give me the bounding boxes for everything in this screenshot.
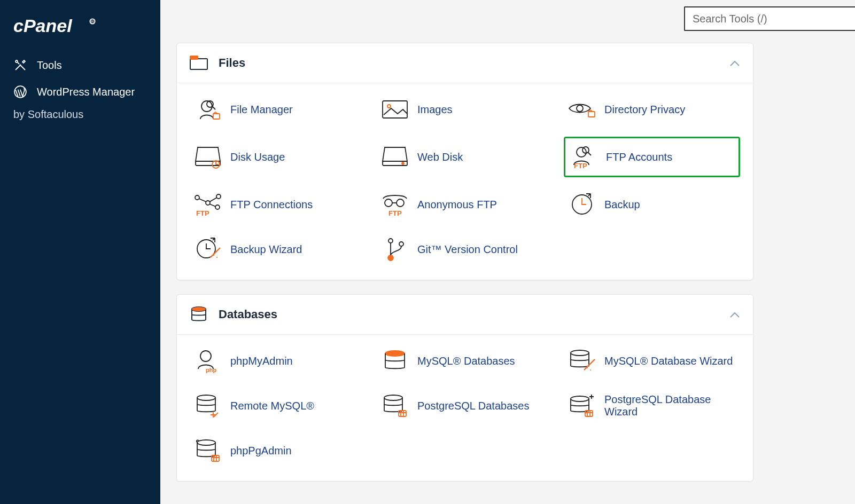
- sidebar-subline: by Softaculous: [0, 105, 160, 121]
- svg-point-42: [587, 367, 588, 368]
- tool-mysql-database-wizard[interactable]: MySQL® Database Wizard: [564, 343, 740, 379]
- tool-backup[interactable]: Backup: [564, 187, 740, 222]
- ftp-connections-icon: FTP: [193, 191, 223, 218]
- topbar: [176, 6, 855, 43]
- tool-label: MySQL® Database Wizard: [604, 355, 733, 367]
- tool-phpmyadmin[interactable]: php phpMyAdmin: [190, 343, 366, 379]
- phpmyadmin-icon: php: [193, 348, 223, 374]
- tool-postgresql-databases[interactable]: PostgreSQL Databases: [377, 388, 553, 423]
- tool-directory-privacy[interactable]: Directory Privacy: [564, 92, 740, 127]
- tool-web-disk[interactable]: Web Disk: [377, 137, 553, 177]
- wordpress-icon: [13, 85, 27, 99]
- tool-git-version-control[interactable]: Git™ Version Control: [377, 232, 553, 267]
- tool-remote-mysql[interactable]: Remote MySQL®: [190, 388, 366, 423]
- svg-point-24: [215, 205, 220, 209]
- tool-label: Web Disk: [417, 151, 463, 163]
- mysql-wizard-icon: [567, 348, 597, 374]
- tool-disk-usage[interactable]: Disk Usage: [190, 137, 366, 177]
- svg-rect-9: [213, 114, 220, 119]
- svg-point-37: [192, 307, 206, 311]
- svg-text:php: php: [206, 367, 216, 373]
- tool-label: Disk Usage: [230, 151, 285, 163]
- tool-backup-wizard[interactable]: Backup Wizard: [190, 232, 366, 267]
- svg-point-34: [388, 255, 393, 261]
- anonymous-ftp-icon: FTP: [380, 191, 410, 218]
- panel-body-databases: php phpMyAdmin MySQL® Databases: [177, 335, 753, 481]
- tool-label: FTP Accounts: [606, 151, 672, 163]
- backup-icon: [567, 191, 597, 218]
- svg-text:FTP: FTP: [196, 209, 209, 217]
- tool-images[interactable]: Images: [377, 92, 553, 127]
- svg-point-49: [197, 440, 215, 445]
- sidebar-item-label: Tools: [37, 59, 62, 72]
- tool-label: Directory Privacy: [604, 104, 685, 116]
- logo: cPanel R: [0, 10, 160, 52]
- svg-point-32: [216, 257, 217, 258]
- svg-point-47: [571, 396, 589, 401]
- svg-point-26: [385, 199, 392, 207]
- svg-point-40: [385, 351, 405, 356]
- tool-label: phpMyAdmin: [230, 355, 293, 367]
- tool-file-manager[interactable]: File Manager: [190, 92, 366, 127]
- chevron-up-icon: [729, 308, 740, 321]
- svg-text:cPanel: cPanel: [13, 15, 73, 36]
- tool-mysql-databases[interactable]: MySQL® Databases: [377, 343, 553, 379]
- svg-point-35: [399, 242, 403, 246]
- remote-mysql-icon: [193, 392, 223, 419]
- svg-point-17: [402, 162, 404, 164]
- sidebar-item-wordpress-manager[interactable]: WordPress Manager: [0, 78, 160, 105]
- svg-point-18: [577, 147, 586, 157]
- tool-phppgadmin[interactable]: phpPgAdmin: [190, 433, 366, 468]
- search-input[interactable]: [684, 6, 855, 31]
- sidebar: cPanel R Tools WordPress Manager by Soft…: [0, 0, 160, 504]
- tool-anonymous-ftp[interactable]: FTP Anonymous FTP: [377, 187, 553, 222]
- panel-title: Databases: [219, 308, 729, 321]
- images-icon: [380, 96, 410, 123]
- panel-body-files: File Manager Images: [177, 83, 753, 280]
- database-section-icon: [190, 305, 208, 324]
- web-disk-icon: [380, 144, 410, 170]
- panel-databases: Databases php phpMyAdmin: [176, 294, 753, 482]
- svg-point-33: [388, 239, 393, 243]
- tool-label: Anonymous FTP: [417, 199, 497, 211]
- panel-header-databases[interactable]: Databases: [177, 295, 753, 335]
- tool-ftp-accounts[interactable]: FTP FTP Accounts: [564, 137, 740, 177]
- svg-point-45: [384, 395, 402, 400]
- tool-label: Remote MySQL®: [230, 400, 314, 412]
- phppgadmin-icon: [193, 437, 223, 464]
- tools-icon: [13, 58, 27, 72]
- folder-section-icon: [190, 54, 208, 72]
- git-icon: [380, 236, 410, 263]
- tool-label: File Manager: [230, 104, 293, 116]
- svg-point-43: [590, 369, 591, 371]
- backup-wizard-icon: [193, 236, 223, 263]
- tool-label: Git™ Version Control: [417, 243, 518, 256]
- tool-label: PostgreSQL Database Wizard: [604, 393, 737, 418]
- tool-postgresql-database-wizard[interactable]: PostgreSQL Database Wizard: [564, 388, 740, 423]
- tool-label: MySQL® Databases: [417, 355, 515, 367]
- svg-rect-6: [190, 56, 198, 59]
- svg-rect-5: [190, 59, 207, 69]
- svg-point-27: [397, 199, 404, 207]
- svg-point-31: [213, 255, 214, 256]
- postgresql-db-icon: [380, 392, 410, 419]
- directory-privacy-icon: [567, 96, 597, 123]
- tool-label: Backup Wizard: [230, 243, 302, 256]
- tool-ftp-connections[interactable]: FTP FTP Connections: [190, 187, 366, 222]
- svg-point-11: [387, 105, 391, 108]
- mysql-db-icon: [380, 348, 410, 374]
- svg-point-3: [15, 60, 18, 62]
- disk-usage-icon: [193, 144, 223, 170]
- main: Files File Manager: [160, 0, 855, 504]
- tool-label: PostgreSQL Databases: [417, 400, 529, 412]
- sidebar-item-tools[interactable]: Tools: [0, 52, 160, 78]
- panel-header-files[interactable]: Files: [177, 43, 753, 83]
- sidebar-item-label: WordPress Manager: [37, 86, 135, 98]
- svg-point-38: [200, 351, 211, 361]
- tool-label: phpPgAdmin: [230, 445, 292, 457]
- panel-title: Files: [219, 56, 729, 70]
- svg-text:FTP: FTP: [574, 162, 587, 169]
- tool-label: Backup: [604, 199, 640, 211]
- ftp-accounts-icon: FTP: [569, 144, 598, 170]
- svg-text:R: R: [91, 19, 94, 24]
